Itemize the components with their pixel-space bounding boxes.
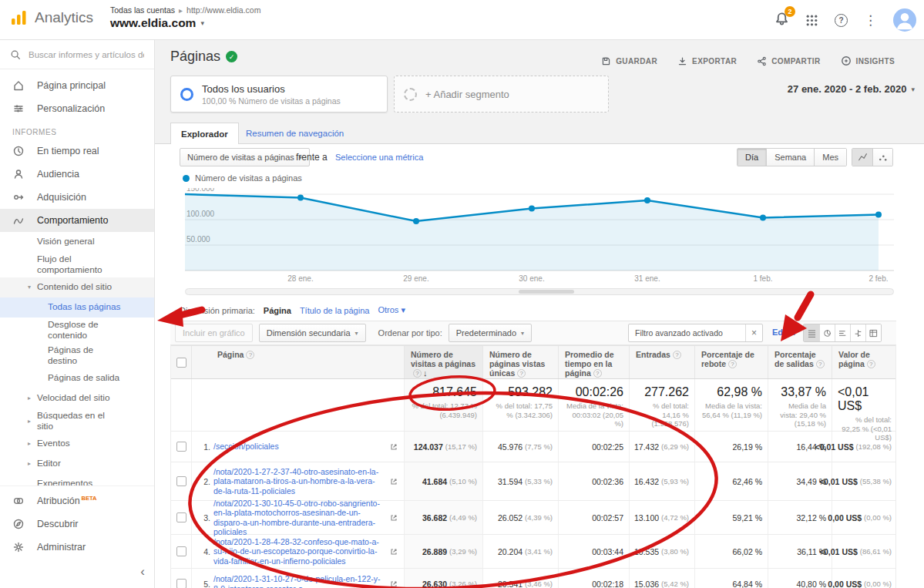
granularity-month[interactable]: Mes bbox=[814, 149, 846, 166]
percentage-view-icon[interactable] bbox=[819, 324, 835, 341]
sidebar-item-realtime[interactable]: En tiempo real bbox=[0, 139, 154, 163]
dimension-page[interactable]: Página bbox=[264, 306, 291, 315]
row-checkbox[interactable] bbox=[176, 442, 186, 452]
breadcrumb-account[interactable]: Todas las cuentas bbox=[110, 5, 175, 15]
sidebar-item-customization[interactable]: Personalización bbox=[0, 97, 154, 120]
select-all-checkbox[interactable] bbox=[176, 358, 186, 368]
column-help-icon: ? bbox=[728, 360, 737, 368]
column-help-icon: ? bbox=[867, 360, 875, 368]
sidebar-item-admin[interactable]: Administrar bbox=[0, 536, 154, 559]
sidebar-item-home[interactable]: Página principal bbox=[0, 74, 154, 97]
dimension-others[interactable]: Otros ▾ bbox=[378, 305, 405, 315]
performance-view-icon[interactable] bbox=[835, 324, 850, 341]
column-header-entrances[interactable]: Entradas? bbox=[629, 346, 694, 378]
row-checkbox[interactable] bbox=[176, 512, 186, 522]
export-button[interactable]: EXPORTAR bbox=[677, 55, 737, 66]
sidebar-item-behavior[interactable]: Comportamiento bbox=[0, 209, 154, 232]
comparison-view-icon[interactable] bbox=[850, 324, 865, 341]
sidebar-item-site-speed[interactable]: ▸ Velocidad del sitio bbox=[0, 388, 154, 408]
granularity-day[interactable]: Día bbox=[738, 149, 766, 166]
external-link-icon[interactable] bbox=[388, 579, 399, 588]
edit-filter-link[interactable]: Editar bbox=[772, 328, 796, 337]
sidebar-search[interactable] bbox=[0, 40, 154, 69]
column-header-exit[interactable]: Porcentaje de salidas? bbox=[768, 346, 832, 378]
date-range-picker[interactable]: 27 ene. 2020 - 2 feb. 2020 ▾ bbox=[788, 83, 915, 95]
column-header-bounce[interactable]: Porcentaje de rebote? bbox=[694, 346, 768, 378]
total-exit: 33,87 %Media de la vista: 29,40 % (15,18… bbox=[768, 379, 832, 431]
sidebar-item-behavior-overview[interactable]: Visión general bbox=[0, 232, 154, 252]
primary-dimension-label: Dimensión primaria: bbox=[180, 306, 255, 315]
select-metric-link[interactable]: Seleccione una métrica bbox=[335, 153, 423, 162]
sort-type-dropdown[interactable]: Predeterminado ▾ bbox=[449, 324, 532, 342]
sidebar-item-behavior-flow[interactable]: Flujo del comportamiento bbox=[0, 252, 154, 277]
row-checkbox[interactable] bbox=[176, 546, 186, 556]
help-icon[interactable]: ? bbox=[835, 14, 848, 27]
sidebar-item-all-pages[interactable]: Todas las páginas bbox=[0, 297, 154, 318]
sidebar-item-audience[interactable]: Audiencia bbox=[0, 163, 154, 186]
granularity-toggle: Día Semana Mes bbox=[737, 148, 847, 166]
more-vertical-icon[interactable]: ⋮ bbox=[864, 12, 877, 29]
page-link[interactable]: /nota/2020-1-28-4-28-32-confeso-que-mato… bbox=[213, 537, 385, 566]
line-chart-icon[interactable] bbox=[852, 149, 872, 166]
dimension-page-title[interactable]: Título de la página bbox=[300, 306, 370, 315]
explorer-tabs: Explorador Resumen de navegación bbox=[155, 123, 924, 144]
secondary-dimension-dropdown[interactable]: Dimensión secundaria ▾ bbox=[259, 324, 366, 342]
analytics-logo-icon bbox=[9, 8, 28, 27]
save-button[interactable]: GUARDAR bbox=[601, 55, 657, 66]
page-link[interactable]: /nota/2020-1-30-10-45-0-otro-robo-sangri… bbox=[213, 499, 385, 537]
sidebar-item-site-search[interactable]: ▸ Búsquedas en el sitio bbox=[0, 408, 154, 434]
cell-avg-time: 00:02:36 bbox=[558, 462, 629, 500]
table-row: 5./nota/2020-1-31-10-27-0-de-pelicula-en… bbox=[171, 569, 895, 588]
column-header-page[interactable]: Página? bbox=[191, 346, 404, 378]
sidebar-collapse-icon[interactable]: ‹ bbox=[140, 564, 145, 580]
share-button[interactable]: COMPARTIR bbox=[757, 55, 820, 66]
sidebar-item-site-content[interactable]: ▾ Contenido del sitio bbox=[0, 277, 154, 297]
beta-badge: BETA bbox=[82, 495, 97, 502]
sidebar-item-discover[interactable]: Descubrir bbox=[0, 512, 154, 536]
granularity-week[interactable]: Semana bbox=[766, 149, 814, 166]
motion-chart-icon[interactable] bbox=[872, 149, 892, 166]
apps-grid-icon[interactable] bbox=[805, 14, 818, 27]
notifications-badge: 2 bbox=[785, 6, 795, 17]
plot-rows-button[interactable]: Incluir en gráfico bbox=[175, 324, 253, 342]
chart-scrollbar[interactable] bbox=[185, 288, 894, 295]
sidebar-item-content-drilldown[interactable]: Desglose de contenido bbox=[0, 318, 154, 343]
page-link[interactable]: /seccion/policiales bbox=[213, 442, 385, 452]
external-link-icon[interactable] bbox=[388, 442, 399, 452]
avatar[interactable] bbox=[893, 8, 916, 32]
notifications-button[interactable]: 2 bbox=[774, 12, 789, 29]
sidebar-item-landing-pages[interactable]: Páginas de destino bbox=[0, 343, 154, 368]
analytics-logo[interactable]: Analytics bbox=[9, 8, 93, 27]
chevron-right-icon: ▸ bbox=[179, 6, 183, 15]
column-header-page-value[interactable]: Valor de página? bbox=[832, 346, 897, 378]
search-input[interactable] bbox=[29, 50, 144, 59]
property-switcher[interactable]: www.eldia.com ▾ bbox=[110, 16, 260, 30]
add-segment-card[interactable]: + Añadir segmento bbox=[394, 76, 609, 113]
page-link[interactable]: /nota/2020-1-31-10-27-0-de-pelicula-en-1… bbox=[213, 574, 385, 588]
sidebar-item-exit-pages[interactable]: Páginas de salida bbox=[0, 368, 154, 388]
pivot-view-icon[interactable] bbox=[865, 324, 881, 341]
page-link[interactable]: /nota/2020-1-27-2-37-40-otro-asesinato-e… bbox=[213, 467, 385, 496]
segment-card[interactable]: Todos los usuarios 100,00 % Número de vi… bbox=[170, 76, 388, 113]
breadcrumb-property[interactable]: http://www.eldia.com bbox=[186, 5, 260, 15]
row-checkbox[interactable] bbox=[176, 476, 186, 486]
column-header-avg-time[interactable]: Promedio de tiempo en la página? bbox=[558, 346, 629, 378]
sidebar-item-acquisition[interactable]: Adquisición bbox=[0, 186, 154, 209]
tab-explorer[interactable]: Explorador bbox=[170, 123, 239, 144]
metric-dropdown[interactable]: Número de visitas a páginas ▾ bbox=[180, 148, 310, 166]
insights-button[interactable]: INSIGHTS bbox=[841, 55, 895, 66]
column-header-unique-views[interactable]: Número de páginas vistas únicas? bbox=[482, 346, 558, 378]
external-link-icon[interactable] bbox=[388, 512, 399, 523]
row-checkbox[interactable] bbox=[176, 579, 186, 588]
sidebar-item-publisher[interactable]: ▸ Editor bbox=[0, 454, 154, 474]
external-link-icon[interactable] bbox=[388, 546, 399, 557]
filter-close-icon[interactable]: × bbox=[745, 324, 762, 341]
external-link-icon[interactable] bbox=[388, 476, 399, 487]
table-view-icon[interactable] bbox=[804, 324, 819, 341]
chart-scroll-handle[interactable] bbox=[519, 290, 574, 294]
column-header-visits[interactable]: Número de visitas a páginas?↓ bbox=[404, 346, 482, 378]
sidebar-item-attribution[interactable]: AtribuciónBETA bbox=[0, 489, 154, 512]
total-visits: 817.645% del total: 12,73 % (6.439.949) bbox=[404, 379, 482, 431]
sidebar-item-events[interactable]: ▸ Eventos bbox=[0, 434, 154, 454]
tab-navigation-summary[interactable]: Resumen de navegación bbox=[238, 123, 351, 144]
